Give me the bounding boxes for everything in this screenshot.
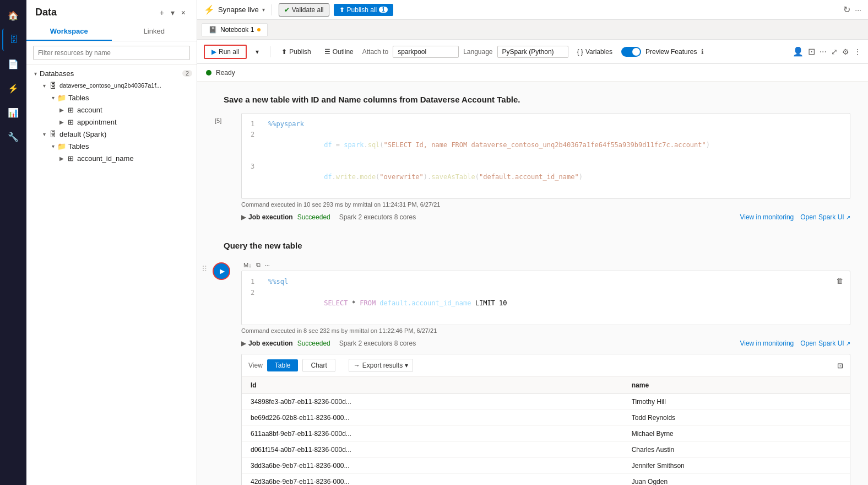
collapse-all-button[interactable]: ▾	[169, 7, 177, 18]
cell1-open-spark-link[interactable]: Open Spark UI ↗	[800, 213, 850, 221]
cell1-expand-chevron[interactable]: ▶	[241, 213, 246, 221]
external-link-icon-2: ↗	[846, 341, 850, 347]
cell-id: 611aa8bf-9eb7-eb11-8236-000d...	[242, 426, 623, 442]
table-account-id-name[interactable]: ▶ ⊞ account_id_name	[26, 152, 197, 164]
database-icon: 🗄	[48, 81, 57, 90]
db1-tables-folder[interactable]: ▾ 📁 Tables	[26, 91, 197, 104]
search-input[interactable]	[33, 46, 190, 60]
table-row: 42d3a6be-9eb7-eb11-8236-000...Juan Ogden	[242, 474, 850, 485]
workspace-tab[interactable]: Workspace	[26, 23, 112, 41]
validate-icon: ✔	[284, 6, 290, 14]
cell2-delete-button[interactable]: 🗑	[834, 274, 845, 288]
cell2-open-spark-link[interactable]: Open Spark UI ↗	[800, 340, 850, 347]
db2-tables-folder[interactable]: ▾ 📁 Tables	[26, 140, 197, 152]
db1-item[interactable]: ▾ 🗄 dataverse_contoso_unq2b40367a1f...	[26, 79, 197, 91]
db1-tables-chevron: ▾	[48, 93, 57, 102]
layout-icon[interactable]: ⊡	[808, 46, 815, 57]
account-id-chevron: ▶	[57, 154, 66, 163]
run-dropdown-button[interactable]: ▾	[251, 46, 263, 58]
cell2-more-button[interactable]: ···	[265, 262, 270, 268]
more-options-icon[interactable]: ···	[855, 6, 861, 14]
table-row: d061f154-a0b7-eb11-8236-000d...Charles A…	[242, 442, 850, 458]
home-icon[interactable]: 🏠	[2, 4, 24, 26]
table-icon-3: ⊞	[66, 154, 75, 163]
db2-tables-label: Tables	[68, 142, 89, 150]
code-line-3: 3 df.write.mode("overwrite").saveAsTable…	[251, 161, 841, 193]
toolbar-more-icon[interactable]: ···	[820, 47, 827, 57]
synapse-label: Synapse live	[218, 6, 259, 14]
topbar-right: ↻ ···	[843, 4, 861, 15]
manage-icon[interactable]: 🔧	[2, 126, 24, 148]
cell1-actions: View in monitoring Open Spark UI ↗	[740, 213, 850, 221]
results-layout-icon[interactable]: ⊡	[837, 362, 843, 370]
databases-section[interactable]: ▾ Databases 2	[26, 67, 197, 79]
cell1-view-monitoring-link[interactable]: View in monitoring	[740, 213, 794, 221]
preview-info-icon[interactable]: ℹ	[701, 48, 704, 56]
cell2-run-button[interactable]: ▶	[213, 262, 230, 280]
cell2-view-monitoring-link[interactable]: View in monitoring	[740, 340, 794, 347]
sidebar-resize-handle[interactable]	[194, 0, 197, 485]
notebook-tabs: 📓 Notebook 1	[197, 20, 868, 40]
topbar-divider	[272, 4, 272, 15]
table-row: 34898fe3-a0b7-eb11-8236-000d...Timothy H…	[242, 394, 850, 410]
publish-all-button[interactable]: ⬆ Publish all 1	[334, 4, 393, 16]
sidebar-header: Data + ▾ ×	[26, 0, 197, 23]
table-appointment[interactable]: ▶ ⊞ appointment	[26, 116, 197, 128]
cell2-inline-actions: 🗑	[834, 274, 845, 288]
attach-select[interactable]: sparkpool	[393, 46, 459, 58]
run-all-play-icon: ▶	[211, 48, 216, 56]
table-account[interactable]: ▶ ⊞ account	[26, 104, 197, 116]
cell2-line-2: 2 SELECT * FROM default.account_id_name …	[251, 288, 841, 320]
table-tab-button[interactable]: Table	[267, 359, 299, 371]
run-all-button[interactable]: ▶ Run all	[204, 45, 247, 59]
cell2-expand-chevron[interactable]: ▶	[241, 340, 246, 347]
code-line-2: 2 df = spark.sql("SELECT Id, name FROM d…	[251, 130, 841, 161]
table-appointment-label: appointment	[77, 118, 117, 126]
person-icon[interactable]: 👤	[793, 46, 804, 57]
integrate-icon[interactable]: ⚡	[2, 77, 24, 99]
results-toolbar: View Table Chart → Export results ▾ ⊡	[242, 354, 850, 377]
cell-2: ⠿ ▶ M↓ ⧉ ··· 🗑 1 %%sql	[241, 259, 850, 485]
cell2-copy-button[interactable]: ⧉	[256, 261, 261, 268]
cell2-md-button[interactable]: M↓	[243, 262, 252, 268]
more-vert-icon[interactable]: ⋮	[854, 47, 861, 56]
cell-name: Michael Byrne	[623, 426, 850, 442]
cell1-code[interactable]: 1 %%pyspark 2 df = spark.sql("SELECT Id,…	[241, 113, 850, 199]
variables-label: Variables	[585, 48, 612, 56]
table-icon-2: ⊞	[66, 117, 75, 126]
cell2-job-result: ▶ Job execution Succeeded Spark 2 execut…	[241, 337, 850, 349]
cell2-job-label: Job execution	[248, 340, 293, 347]
data-icon[interactable]: 🗄	[2, 29, 24, 51]
publish-button[interactable]: ⬆ Publish	[277, 46, 315, 58]
preview-features-toggle[interactable]	[621, 47, 641, 57]
db1-chevron: ▾	[40, 81, 48, 90]
cell2-drag-handle[interactable]: ⠿	[202, 265, 207, 273]
settings-icon[interactable]: ⚙	[842, 47, 849, 56]
table-account-id-label: account_id_name	[77, 154, 134, 163]
cell-id: be69d226-02b8-eb11-8236-000...	[242, 410, 623, 426]
maximize-icon[interactable]: ⤢	[831, 47, 838, 56]
synapse-dropdown-icon[interactable]: ▾	[262, 7, 265, 13]
col-name-header: name	[623, 377, 850, 394]
chart-tab-button[interactable]: Chart	[302, 359, 335, 372]
table-account-label: account	[77, 106, 102, 114]
export-results-button[interactable]: → Export results ▾	[349, 359, 413, 372]
db2-item[interactable]: ▾ 🗄 default (Spark)	[26, 128, 197, 140]
cell2-code[interactable]: 🗑 1 %%sql 2 SELECT * FROM default.accoun…	[241, 271, 850, 325]
outline-label: Outline	[333, 48, 354, 56]
variables-button[interactable]: { } Variables	[573, 46, 617, 58]
language-select[interactable]: PySpark (Python)	[497, 46, 568, 58]
add-resource-button[interactable]: +	[158, 7, 166, 18]
linked-tab[interactable]: Linked	[112, 23, 197, 41]
monitor-icon[interactable]: 📊	[2, 101, 24, 123]
cell2-actions: View in monitoring Open Spark UI ↗	[740, 340, 850, 347]
outline-button[interactable]: ☰ Outline	[320, 46, 358, 58]
close-sidebar-button[interactable]: ×	[179, 7, 188, 18]
develop-icon[interactable]: 📄	[2, 53, 24, 75]
notebook-tab-1[interactable]: 📓 Notebook 1	[202, 23, 268, 36]
cell1-exec-info: Command executed in 10 sec 293 ms by mmi…	[241, 199, 850, 211]
account-chevron: ▶	[57, 105, 66, 114]
validate-all-button[interactable]: ✔ Validate all	[279, 3, 329, 17]
refresh-icon[interactable]: ↻	[843, 4, 850, 15]
cell-id: 42d3a6be-9eb7-eb11-8236-000...	[242, 474, 623, 485]
